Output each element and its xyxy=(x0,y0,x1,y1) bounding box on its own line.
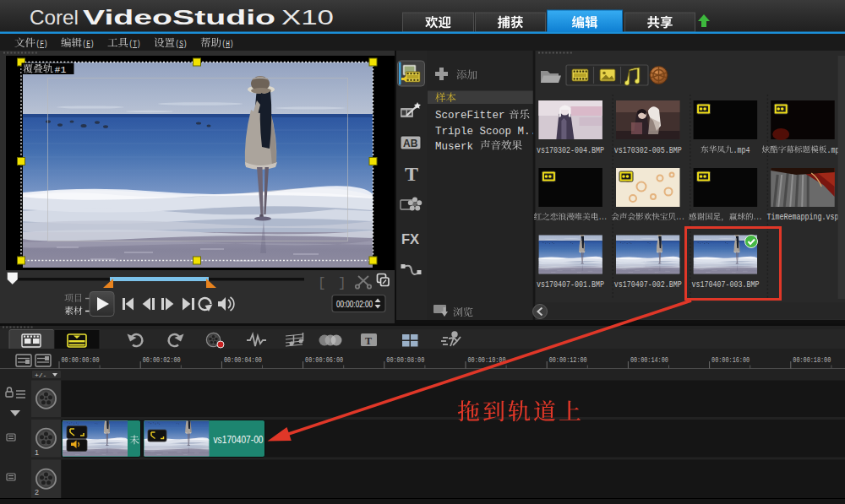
svg-text:ScoreFitter: ScoreFitter xyxy=(435,110,505,122)
svg-text:X10: X10 xyxy=(281,6,334,29)
svg-text:Corel: Corel xyxy=(30,6,79,29)
svg-text:...: ... xyxy=(676,213,684,222)
svg-text:AB: AB xyxy=(403,138,418,149)
svg-text:vs170407-001.BMP: vs170407-001.BMP xyxy=(537,280,604,290)
svg-text:T: T xyxy=(365,335,372,347)
svg-text:VideoStudio: VideoStudio xyxy=(83,6,275,29)
svg-text:]: ] xyxy=(338,276,346,291)
svg-text:00:00:02:00: 00:00:02:00 xyxy=(143,356,181,365)
svg-text:00:00:00:00: 00:00:00:00 xyxy=(62,356,100,365)
svg-text:...: ... xyxy=(754,213,762,222)
svg-text:+/-: +/- xyxy=(35,371,46,379)
svg-text:1: 1 xyxy=(35,448,39,457)
svg-text:vs170302-005.BMP: vs170302-005.BMP xyxy=(614,146,682,155)
svg-text:00:00:08:00: 00:00:08:00 xyxy=(386,356,424,365)
svg-text:vs170407-00: vs170407-00 xyxy=(214,434,264,446)
svg-text:00:00:14:00: 00:00:14:00 xyxy=(630,356,668,365)
svg-text:00:00:12:00: 00:00:12:00 xyxy=(549,356,587,365)
svg-text:.mp4: .mp4 xyxy=(733,146,750,155)
svg-text:vs170302-004.BMP: vs170302-004.BMP xyxy=(537,146,604,155)
svg-text:TimeRemapping.vsp: TimeRemapping.vsp xyxy=(767,213,839,222)
svg-text:00:00:06:00: 00:00:06:00 xyxy=(305,356,343,365)
svg-text:2: 2 xyxy=(35,488,39,496)
svg-text:00:00:18:00: 00:00:18:00 xyxy=(793,356,831,365)
svg-text:vs170407-002.BMP: vs170407-002.BMP xyxy=(614,280,682,290)
svg-text:...: ... xyxy=(598,213,607,222)
svg-text:Triple Scoop M...: Triple Scoop M... xyxy=(435,126,543,138)
svg-text:00:00:02:00: 00:00:02:00 xyxy=(336,299,373,309)
svg-text:[: [ xyxy=(318,276,326,291)
svg-text:00:00:16:00: 00:00:16:00 xyxy=(711,356,750,365)
svg-text:vs170407-003.BMP: vs170407-003.BMP xyxy=(691,280,759,290)
svg-text:T: T xyxy=(405,163,418,185)
svg-text:00:00:04:00: 00:00:04:00 xyxy=(224,356,262,365)
svg-text:FX: FX xyxy=(401,231,419,247)
svg-text:#1: #1 xyxy=(55,64,67,75)
svg-text:Muserk: Muserk xyxy=(435,141,473,153)
